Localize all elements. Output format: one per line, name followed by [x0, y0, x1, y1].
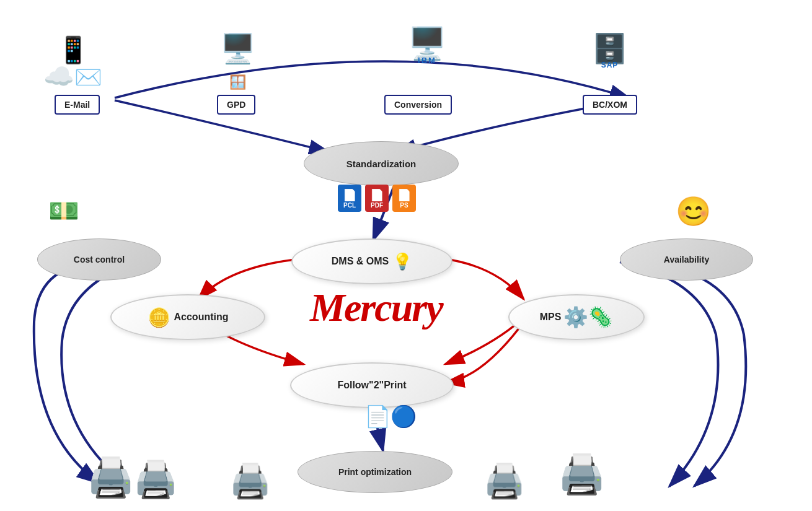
euro-icon: 🪙	[148, 307, 170, 328]
availability-icon: 😊	[676, 197, 711, 225]
print-opt-node: Print optimization	[298, 451, 452, 493]
source-gpd: GPD	[217, 95, 255, 115]
ps-badge: PS	[392, 185, 416, 212]
mercury-text: Mercury	[310, 286, 443, 330]
standardization-label: Standardization	[346, 159, 417, 169]
availability-node: Availability	[620, 238, 753, 281]
accounting-node: 🪙 Accounting	[110, 294, 265, 340]
printer-laser: 🖨️	[483, 461, 525, 500]
bcxom-icon: 🗄️ SAP	[592, 34, 627, 69]
printer-mfp-left: 🖨️	[87, 455, 135, 500]
follow2print-node: Follow"2"Print	[290, 362, 454, 408]
availability-label: Availability	[664, 255, 709, 264]
source-conversion: Conversion	[384, 95, 452, 115]
accounting-label: Accounting	[174, 312, 229, 323]
pcl-badge: PCL	[338, 185, 361, 212]
printer-mfp-left2: 🖨️	[133, 458, 178, 500]
lightbulb-icon: 💡	[392, 252, 412, 271]
email-label: E-Mail	[64, 100, 90, 110]
cost-control-icon: 💵	[48, 198, 79, 223]
dms-oms-label: DMS & OMS	[332, 256, 389, 267]
gpd-label: GPD	[227, 100, 245, 110]
dms-oms-node: DMS & OMS 💡	[291, 238, 452, 284]
pdf-badge: PDF	[365, 185, 389, 212]
standardization-node: Standardization	[304, 141, 459, 186]
cost-control-node: Cost control	[37, 238, 161, 281]
gear-icon: ⚙️🦠	[563, 305, 613, 329]
conversion-label: Conversion	[394, 100, 442, 110]
printer-mfp-right: 🖨️	[558, 452, 606, 497]
source-bcxom: BC/XOM	[583, 95, 637, 115]
print-opt-label: Print optimization	[338, 467, 412, 477]
printer-inkjet: 🖨️	[229, 461, 271, 500]
follow2print-label: Follow"2"Print	[337, 380, 406, 391]
source-email: E-Mail	[55, 95, 100, 115]
conversion-icon: 🖥️ IBM	[408, 28, 446, 64]
cost-control-label: Cost control	[74, 255, 125, 264]
format-badges: PCL PDF PS	[338, 185, 416, 212]
mps-node: MPS ⚙️🦠	[508, 294, 645, 340]
gpd-icon: 🖥️🪟	[220, 34, 255, 91]
document-icon: 📄🔵	[364, 406, 417, 427]
mps-label: MPS	[540, 312, 562, 323]
bcxom-label: BC/XOM	[593, 100, 627, 110]
email-icon: 📱☁️✉️	[43, 37, 102, 89]
mercury-logo: Mercury	[310, 285, 443, 331]
